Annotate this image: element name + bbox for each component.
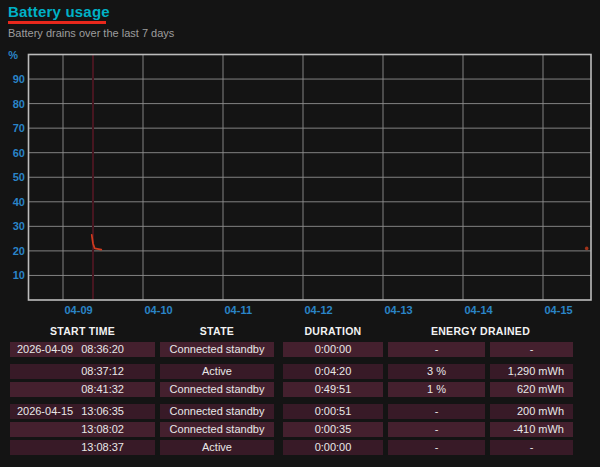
header-energy-drained: ENERGY DRAINED bbox=[388, 325, 573, 338]
cell-state: Connected standby bbox=[160, 382, 274, 397]
y-axis-label: 50 bbox=[13, 171, 25, 183]
table-row: 08:41:32Connected standby0:49:511 %620 m… bbox=[10, 382, 573, 397]
start-time: 08:37:12 bbox=[81, 365, 124, 377]
start-date: 2026-04-15 bbox=[17, 405, 73, 417]
cell-energy-percent: - bbox=[388, 404, 485, 419]
table-header-row: START TIME STATE DURATION ENERGY DRAINED bbox=[10, 325, 573, 338]
cell-start-time: 13:08:37 bbox=[10, 440, 155, 455]
cell-energy-mwh: 200 mWh bbox=[490, 404, 573, 419]
y-axis-label: 20 bbox=[13, 245, 25, 257]
cell-duration: 0:00:00 bbox=[283, 440, 383, 455]
cell-start-time: 08:41:32 bbox=[10, 382, 155, 397]
cell-energy-percent: - bbox=[388, 342, 485, 357]
table-row: 13:08:02Connected standby0:00:35--410 mW… bbox=[10, 422, 573, 437]
cell-energy-percent: - bbox=[388, 440, 485, 455]
cell-duration: 0:04:20 bbox=[283, 364, 383, 379]
cell-energy-mwh: 620 mWh bbox=[490, 382, 573, 397]
battery-usage-chart: 908070605040302010%04-0904-1004-1104-120… bbox=[0, 0, 600, 322]
y-axis-unit-label: % bbox=[8, 49, 18, 61]
header-start-time: START TIME bbox=[10, 325, 155, 338]
table-row-group: 2026-04-1513:06:35Connected standby0:00:… bbox=[10, 404, 573, 455]
cell-energy-mwh: - bbox=[490, 440, 573, 455]
y-axis-label: 40 bbox=[13, 196, 25, 208]
cell-state: Active bbox=[160, 440, 274, 455]
cell-start-time: 08:37:12 bbox=[10, 364, 155, 379]
header-duration: DURATION bbox=[283, 325, 383, 338]
x-axis-label: 04-11 bbox=[225, 304, 253, 316]
x-axis-label: 04-10 bbox=[145, 304, 173, 316]
y-axis-label: 10 bbox=[13, 269, 25, 281]
cell-start-time: 2026-04-0908:36:20 bbox=[10, 342, 155, 357]
cell-energy-percent: 1 % bbox=[388, 382, 485, 397]
table-row: 13:08:37Active0:00:00-- bbox=[10, 440, 573, 455]
cell-energy-percent: - bbox=[388, 422, 485, 437]
battery-report-page: { "header": { "title": "Battery usage", … bbox=[0, 0, 600, 467]
table-body: 2026-04-0908:36:20Connected standby0:00:… bbox=[10, 342, 573, 455]
cell-state: Connected standby bbox=[160, 342, 274, 357]
cell-start-time: 13:08:02 bbox=[10, 422, 155, 437]
start-time: 13:08:02 bbox=[81, 423, 124, 435]
y-axis-label: 80 bbox=[13, 98, 25, 110]
chart-canvas: 908070605040302010%04-0904-1004-1104-120… bbox=[0, 0, 600, 322]
table-row: 2026-04-0908:36:20Connected standby0:00:… bbox=[10, 342, 573, 357]
y-axis-label: 70 bbox=[13, 122, 25, 134]
x-axis-label: 04-14 bbox=[465, 304, 494, 316]
cell-energy-mwh: -410 mWh bbox=[490, 422, 573, 437]
x-axis-label: 04-13 bbox=[385, 304, 413, 316]
x-axis-label: 04-12 bbox=[305, 304, 333, 316]
start-time: 08:36:20 bbox=[81, 343, 124, 355]
cell-energy-percent: 3 % bbox=[388, 364, 485, 379]
cell-duration: 0:49:51 bbox=[283, 382, 383, 397]
cell-energy-mwh: 1,290 mWh bbox=[490, 364, 573, 379]
cell-state: Connected standby bbox=[160, 422, 274, 437]
table-row: 2026-04-1513:06:35Connected standby0:00:… bbox=[10, 404, 573, 419]
table-row: 08:37:12Active0:04:203 %1,290 mWh bbox=[10, 364, 573, 379]
y-axis-label: 90 bbox=[13, 73, 25, 85]
cell-state: Connected standby bbox=[160, 404, 274, 419]
start-time: 08:41:32 bbox=[81, 383, 124, 395]
battery-level-dot bbox=[585, 247, 589, 251]
cell-duration: 0:00:00 bbox=[283, 342, 383, 357]
start-time: 13:08:37 bbox=[81, 441, 124, 453]
start-time: 13:06:35 bbox=[81, 405, 124, 417]
header-state: STATE bbox=[160, 325, 274, 338]
cell-duration: 0:00:35 bbox=[283, 422, 383, 437]
x-axis-label: 04-15 bbox=[545, 304, 573, 316]
start-date: 2026-04-09 bbox=[17, 343, 73, 355]
cell-state: Active bbox=[160, 364, 274, 379]
cell-start-time: 2026-04-1513:06:35 bbox=[10, 404, 155, 419]
y-axis-label: 60 bbox=[13, 147, 25, 159]
table-row-group: 2026-04-0908:36:20Connected standby0:00:… bbox=[10, 342, 573, 357]
y-axis-label: 30 bbox=[13, 220, 25, 232]
cell-energy-mwh: - bbox=[490, 342, 573, 357]
cell-duration: 0:00:51 bbox=[283, 404, 383, 419]
table-row-group: 08:37:12Active0:04:203 %1,290 mWh08:41:3… bbox=[10, 364, 573, 397]
x-axis-label: 04-09 bbox=[65, 304, 93, 316]
battery-usage-table: START TIME STATE DURATION ENERGY DRAINED… bbox=[10, 325, 573, 462]
